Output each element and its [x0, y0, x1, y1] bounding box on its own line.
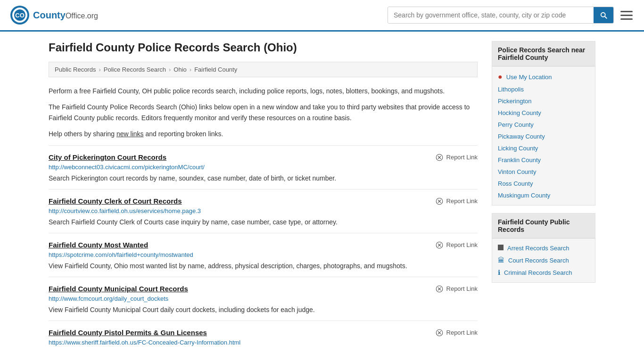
- public-records-icon-0: [498, 245, 504, 252]
- description-2: The Fairfield County Police Records Sear…: [49, 102, 478, 123]
- svg-text:CO: CO: [15, 12, 25, 19]
- result-desc-1: Search Fairfield County Clerk of Courts …: [49, 217, 478, 227]
- nearby-link-2[interactable]: Hocking County: [492, 107, 595, 119]
- results-container: City of Pickerington Court Records Repor…: [49, 145, 478, 354]
- breadcrumb-current: Fairfield County: [194, 66, 237, 73]
- site-header: CO CountyOffice.org: [0, 0, 644, 32]
- report-link-4[interactable]: Report Link: [435, 329, 478, 337]
- logo-icon: CO: [9, 5, 30, 25]
- public-records-label-1: Court Records Search: [508, 257, 569, 264]
- description-3: Help others by sharing new links and rep…: [49, 129, 478, 139]
- search-icon: [599, 11, 608, 19]
- public-records-icon-2: ℹ: [498, 269, 500, 276]
- result-item: City of Pickerington Court Records Repor…: [49, 145, 478, 189]
- report-link-icon: [435, 285, 444, 293]
- nearby-link-0[interactable]: Lithopolis: [492, 83, 595, 95]
- description-3-suffix: and reporting broken links.: [144, 130, 223, 138]
- menu-line: [620, 18, 633, 20]
- result-header: City of Pickerington Court Records Repor…: [49, 153, 478, 162]
- result-title-4[interactable]: Fairfield County Pistol Permits & Gun Li…: [49, 329, 207, 337]
- nearby-link-5[interactable]: Licking County: [492, 142, 595, 154]
- building-icon: 🏛: [498, 256, 504, 264]
- result-header: Fairfield County Pistol Permits & Gun Li…: [49, 329, 478, 337]
- result-desc-0: Search Pickerington court records by nam…: [49, 173, 478, 183]
- public-records-items: Arrest Records Search🏛Court Records Sear…: [492, 239, 595, 282]
- use-my-location-label: Use My Location: [506, 74, 552, 81]
- report-link-icon: [435, 197, 444, 206]
- nearby-link-8[interactable]: Ross County: [492, 178, 595, 189]
- result-desc-3: View Fairfield County Municipal Court da…: [49, 305, 478, 315]
- main-container: Fairfield County Police Records Search (…: [39, 32, 605, 362]
- nearby-section-title: Police Records Search near Fairfield Cou…: [492, 41, 595, 66]
- public-records-link-2[interactable]: ℹCriminal Records Search: [492, 266, 595, 279]
- nearby-link-7[interactable]: Vinton County: [492, 166, 595, 178]
- report-link-0[interactable]: Report Link: [435, 153, 478, 162]
- new-links-link[interactable]: new links: [116, 130, 144, 138]
- result-url-0[interactable]: http://webconnect03.civicacmi.com/picker…: [49, 164, 478, 171]
- description-1: Perform a free Fairfield County, OH publ…: [49, 86, 478, 96]
- breadcrumb-link-ohio[interactable]: Ohio: [173, 66, 186, 73]
- public-records-link-0[interactable]: Arrest Records Search: [492, 242, 595, 254]
- result-item: Fairfield County Most Wanted Report Link…: [49, 233, 478, 277]
- report-link-2[interactable]: Report Link: [435, 241, 478, 249]
- breadcrumb-separator: ›: [169, 66, 171, 73]
- public-records-section-title: Fairfield County Public Records: [492, 214, 595, 239]
- report-link-3[interactable]: Report Link: [435, 285, 478, 293]
- result-title-2[interactable]: Fairfield County Most Wanted: [49, 241, 148, 249]
- info-icon: ℹ: [498, 269, 500, 276]
- nearby-link-6[interactable]: Franklin County: [492, 154, 595, 166]
- result-url-3[interactable]: http://www.fcmcourt.org/daily_court_dock…: [49, 295, 478, 302]
- report-link-icon: [435, 241, 444, 249]
- result-url-1[interactable]: http://courtview.co.fairfield.oh.us/eser…: [49, 207, 478, 214]
- result-header: Fairfield County Municipal Court Records…: [49, 285, 478, 293]
- hamburger-menu-button[interactable]: [619, 9, 635, 22]
- nearby-section: Police Records Search near Fairfield Cou…: [492, 41, 595, 206]
- public-records-label-0: Arrest Records Search: [507, 245, 570, 252]
- menu-line: [620, 11, 633, 12]
- search-input[interactable]: [388, 8, 594, 23]
- description-3-prefix: Help others by sharing: [49, 130, 116, 138]
- search-bar: [388, 7, 614, 24]
- breadcrumb-link-public-records[interactable]: Public Records: [55, 66, 96, 73]
- result-title-0[interactable]: City of Pickerington Court Records: [49, 153, 166, 161]
- public-records-icon-1: 🏛: [498, 256, 504, 264]
- breadcrumb-link-police-records[interactable]: Police Records Search: [104, 66, 166, 73]
- result-url-2[interactable]: https://spotcrime.com/oh/fairfield+count…: [49, 251, 478, 258]
- breadcrumb-separator: ›: [190, 66, 191, 73]
- nearby-link-9[interactable]: Muskingum County: [492, 189, 595, 201]
- report-link-icon: [435, 153, 444, 162]
- public-records-links: Arrest Records Search🏛Court Records Sear…: [492, 242, 595, 279]
- result-title-3[interactable]: Fairfield County Municipal Court Records: [49, 285, 188, 293]
- nearby-link-3[interactable]: Perry County: [492, 119, 595, 131]
- result-desc-2: View Fairfield County, Ohio most wanted …: [49, 261, 478, 271]
- breadcrumb: Public Records › Police Records Search ›…: [49, 62, 478, 77]
- header-right: [388, 7, 635, 24]
- nearby-link-1[interactable]: Pickerington: [492, 95, 595, 107]
- result-item: Fairfield County Municipal Court Records…: [49, 277, 478, 321]
- square-icon: [498, 245, 504, 250]
- result-item: Fairfield County Clerk of Court Records …: [49, 189, 478, 233]
- location-dot-icon: ●: [498, 73, 503, 81]
- menu-line: [620, 15, 633, 16]
- search-button[interactable]: [594, 7, 613, 23]
- report-link-icon: [435, 329, 444, 337]
- result-title-1[interactable]: Fairfield County Clerk of Court Records: [49, 197, 182, 205]
- use-my-location-link[interactable]: ● Use My Location: [492, 70, 595, 83]
- nearby-items: ● Use My Location LithopolisPickerington…: [492, 66, 595, 205]
- report-link-1[interactable]: Report Link: [435, 197, 478, 206]
- nearby-link-4[interactable]: Pickaway County: [492, 131, 595, 142]
- nearby-links: LithopolisPickeringtonHocking CountyPerr…: [492, 83, 595, 201]
- logo-text: CountyOffice.org: [33, 10, 98, 21]
- result-header: Fairfield County Most Wanted Report Link: [49, 241, 478, 249]
- public-records-section: Fairfield County Public Records Arrest R…: [492, 213, 595, 283]
- public-records-link-1[interactable]: 🏛Court Records Search: [492, 254, 595, 266]
- public-records-label-2: Criminal Records Search: [504, 269, 572, 276]
- result-url-4[interactable]: https://www.sheriff.fairfield.oh.us/FC-C…: [49, 339, 478, 346]
- content-area: Fairfield County Police Records Search (…: [49, 41, 478, 354]
- breadcrumb-separator: ›: [99, 66, 100, 73]
- sidebar: Police Records Search near Fairfield Cou…: [492, 41, 595, 354]
- result-item: Fairfield County Pistol Permits & Gun Li…: [49, 321, 478, 354]
- logo[interactable]: CO CountyOffice.org: [9, 5, 98, 25]
- page-title: Fairfield County Police Records Search (…: [49, 41, 478, 54]
- result-header: Fairfield County Clerk of Court Records …: [49, 197, 478, 206]
